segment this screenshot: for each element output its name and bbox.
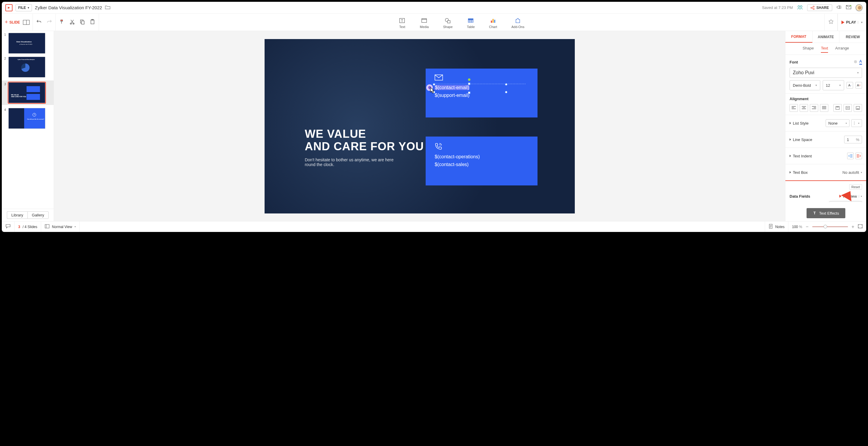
svg-point-6 [850,5,851,6]
svg-rect-7 [61,20,62,21]
valign-middle-button[interactable] [843,104,852,112]
font-toggle-icon[interactable] [854,60,858,65]
tab-format[interactable]: FORMAT [785,31,812,43]
slide-thumbnail[interactable]: Zylker Financial Data Analysis [8,57,45,77]
text-box-value[interactable]: No autofit [842,170,859,175]
zoom-in-button[interactable]: + [851,224,854,229]
slide-layout-button[interactable] [23,20,30,25]
subtab-arrange[interactable]: Arrange [835,46,849,53]
align-center-button[interactable] [800,104,808,112]
align-justify-button[interactable] [820,104,828,112]
paste-icon[interactable] [90,19,95,25]
file-menu[interactable]: FILE▾ [16,4,32,11]
text-effects-button[interactable]: T Text Effects [807,208,845,218]
fit-screen-button[interactable] [858,224,863,229]
data-field-contact-operations[interactable]: $(contact-operations) [435,154,528,159]
svg-text:T: T [401,19,403,23]
svg-rect-18 [447,21,450,23]
list-style-label[interactable]: List Style [793,121,809,126]
svg-rect-20 [468,19,473,20]
slide-title[interactable]: WE VALUEAND CARE FOR YOU [305,128,424,153]
view-mode-select[interactable]: Normal View [52,225,72,229]
view-icon[interactable] [45,224,50,229]
line-space-label[interactable]: Line Space [793,137,812,142]
reset-button[interactable]: Reset [849,184,862,190]
share-button[interactable]: SHARE [807,4,832,11]
preview-dropdown-toggle[interactable]: ▾ [859,195,862,198]
indent-decrease-button[interactable] [847,153,854,159]
slide-subtitle[interactable]: Don't hesitate to bother us anytime, we … [305,157,400,167]
slide-thumbnail[interactable]: ? How did you like the session? [8,108,45,129]
preview-button[interactable]: Preview [843,194,857,198]
redo-icon[interactable] [46,19,52,25]
svg-point-3 [811,7,812,8]
tab-animate[interactable]: ANIMATE [812,31,840,43]
library-tab[interactable]: Library [7,211,27,219]
thumb-number: 4 [4,108,7,129]
folder-icon[interactable] [105,5,111,10]
data-field-support-email[interactable]: $(support-email) [435,93,528,98]
thumb-number: 2 [4,57,7,77]
font-color-icon[interactable]: A [859,60,862,65]
svg-point-26 [855,61,856,62]
svg-point-1 [800,6,802,7]
collaborators-icon[interactable] [797,5,803,10]
list-style-select[interactable]: None▾ [826,119,849,127]
list-style-options[interactable]: ▾ [851,119,862,127]
undo-icon[interactable] [36,19,42,25]
document-title[interactable]: Zylker Data Visualization FY-2022 [35,5,102,10]
preview-option-selected-field[interactable]: Selected Field [830,201,862,202]
mail-icon[interactable] [846,5,851,10]
zoom-slider[interactable] [812,226,848,227]
insert-chart-button[interactable]: Chart [489,17,497,29]
slide-thumbnail[interactable]: Data Visualization of Goals for the FY-2… [8,33,45,54]
copy-icon[interactable] [80,19,85,25]
slide-thumbnail[interactable]: WE VALUEAND CARE FOR YOU [8,82,45,103]
valign-bottom-button[interactable] [854,104,862,112]
subtab-text[interactable]: Text [821,46,828,53]
line-space-input[interactable]: 1% [844,136,862,144]
insert-media-button[interactable]: Media [420,17,429,29]
align-right-button[interactable] [810,104,818,112]
valign-top-button[interactable] [833,104,842,112]
text-indent-label[interactable]: Text Indent [793,154,812,158]
svg-rect-11 [82,21,84,24]
indent-increase-button[interactable] [856,153,862,159]
add-slide-button[interactable]: +SLIDE [5,19,20,25]
app-logo[interactable] [5,4,12,11]
avatar[interactable] [856,4,863,11]
insert-text-button[interactable]: TText [399,17,405,29]
font-increase-button[interactable]: A+ [856,82,862,89]
subtab-shape[interactable]: Shape [803,46,814,53]
zoom-value: 100 % [792,225,802,229]
data-field-contact-sales[interactable]: $(contact-sales) [435,162,528,167]
zoom-out-button[interactable]: − [806,224,808,229]
slide-canvas[interactable]: WE VALUEAND CARE FOR YOU Don't hesitate … [265,39,575,214]
align-left-button[interactable] [789,104,798,112]
theme-icon[interactable] [828,19,834,25]
email-card[interactable]: $(contact-email) $(support-email) [426,69,537,118]
gallery-tab[interactable]: Gallery [27,211,49,219]
comments-icon[interactable] [5,224,11,229]
play-button[interactable]: PLAY▾ [841,20,863,25]
tab-review[interactable]: REVIEW [839,31,866,43]
font-size-input[interactable]: 12▾ [823,80,844,90]
svg-rect-23 [494,20,495,23]
megaphone-icon[interactable] [836,5,842,10]
mail-icon [435,74,528,82]
font-decrease-button[interactable]: A- [846,82,853,89]
format-painter-icon[interactable] [59,19,65,25]
insert-shape-button[interactable]: Shape [443,17,453,29]
phone-card[interactable]: $(contact-operations) $(contact-sales) [426,136,537,185]
font-family-select[interactable]: Zoho Puvi▾ [789,68,862,78]
notes-icon[interactable] [769,224,773,229]
thumb-number: 1 [4,33,7,54]
cut-icon[interactable] [69,19,75,25]
insert-table-button[interactable]: Table [467,17,474,29]
font-weight-select[interactable]: Demi-Bold▾ [789,80,820,90]
preview-play-icon[interactable] [839,195,841,198]
notes-button[interactable]: Notes [775,225,784,229]
data-field-contact-email[interactable]: $(contact-email) [435,85,528,90]
text-box-label[interactable]: Text Box [793,170,808,175]
insert-addons-button[interactable]: Add-Ons [511,17,524,29]
